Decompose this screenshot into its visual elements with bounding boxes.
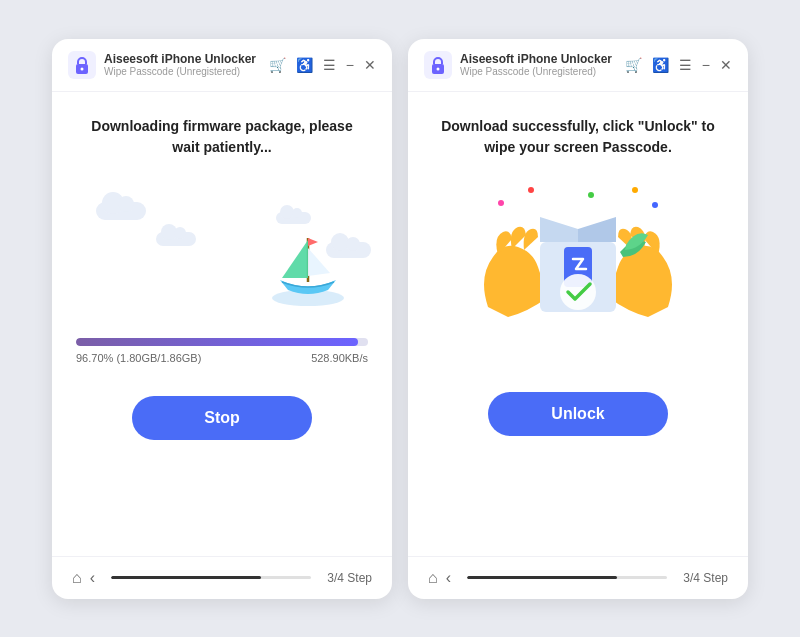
lock-icon-1 (68, 51, 96, 79)
close-icon-2[interactable]: ✕ (720, 57, 732, 73)
app-subtitle-1: Wipe Passcode (Unregistered) (104, 66, 261, 77)
confetti-5 (498, 200, 504, 206)
confetti-2 (588, 192, 594, 198)
panel-footer-2: ⌂ ‹ 3/4 Step (408, 556, 748, 599)
confetti-3 (632, 187, 638, 193)
menu-icon-2[interactable]: ☰ (679, 57, 692, 73)
footer-progress-bar-1 (111, 576, 311, 579)
stop-button[interactable]: Stop (132, 396, 312, 440)
confetti-1 (528, 187, 534, 193)
close-icon-1[interactable]: ✕ (364, 57, 376, 73)
sailboat-illustration (268, 218, 348, 312)
home-icon-1[interactable]: ⌂ (72, 569, 82, 587)
titlebar-icons-2: 🛒 ♿ ☰ − ✕ (625, 57, 732, 73)
progress-speed-label: 528.90KB/s (311, 352, 368, 364)
footer-progress-fill-1 (111, 576, 261, 579)
minimize-icon-2[interactable]: − (702, 57, 710, 73)
titlebar-icons-1: 🛒 ♿ ☰ − ✕ (269, 57, 376, 73)
panel-downloading: Aiseesoft iPhone Unlocker Wipe Passcode … (52, 39, 392, 599)
titlebar-1: Aiseesoft iPhone Unlocker Wipe Passcode … (52, 39, 392, 92)
footer-progress-fill-2 (467, 576, 617, 579)
progress-labels: 96.70% (1.80GB/1.86GB) 528.90KB/s (76, 352, 368, 364)
progress-track (76, 338, 368, 346)
svg-point-1 (81, 67, 84, 70)
app-subtitle-2: Wipe Passcode (Unregistered) (460, 66, 617, 77)
accessibility-icon-2[interactable]: ♿ (652, 57, 669, 73)
progress-left-label: 96.70% (1.80GB/1.86GB) (76, 352, 201, 364)
app-title-1: Aiseesoft iPhone Unlocker (104, 52, 261, 66)
cart-icon-2[interactable]: 🛒 (625, 57, 642, 73)
accessibility-icon-1[interactable]: ♿ (296, 57, 313, 73)
status-text-1: Downloading firmware package, please wai… (76, 116, 368, 158)
illustration-area-1 (76, 182, 368, 322)
success-svg (468, 187, 688, 347)
progress-fill (76, 338, 358, 346)
svg-point-8 (560, 274, 596, 310)
panel-body-2: Download successfully, click "Unlock" to… (408, 92, 748, 556)
minimize-icon-1[interactable]: − (346, 57, 354, 73)
footer-step-1: 3/4 Step (327, 571, 372, 585)
progress-section: 96.70% (1.80GB/1.86GB) 528.90KB/s (76, 338, 368, 364)
back-icon-1[interactable]: ‹ (90, 569, 95, 587)
panel-body-1: Downloading firmware package, please wai… (52, 92, 392, 556)
titlebar-2: Aiseesoft iPhone Unlocker Wipe Passcode … (408, 39, 748, 92)
footer-progress-bar-2 (467, 576, 667, 579)
cloud-1 (96, 202, 146, 220)
unlock-button[interactable]: Unlock (488, 392, 668, 436)
title-text-block-2: Aiseesoft iPhone Unlocker Wipe Passcode … (460, 52, 617, 77)
confetti-4 (652, 202, 658, 208)
panel-footer-1: ⌂ ‹ 3/4 Step (52, 556, 392, 599)
title-text-block-1: Aiseesoft iPhone Unlocker Wipe Passcode … (104, 52, 261, 77)
panel-success: Aiseesoft iPhone Unlocker Wipe Passcode … (408, 39, 748, 599)
back-icon-2[interactable]: ‹ (446, 569, 451, 587)
cart-icon-1[interactable]: 🛒 (269, 57, 286, 73)
panels-container: Aiseesoft iPhone Unlocker Wipe Passcode … (32, 19, 768, 619)
status-text-2: Download successfully, click "Unlock" to… (432, 116, 724, 158)
cloud-2 (156, 232, 196, 246)
lock-icon-2 (424, 51, 452, 79)
home-icon-2[interactable]: ⌂ (428, 569, 438, 587)
menu-icon-1[interactable]: ☰ (323, 57, 336, 73)
svg-point-5 (437, 67, 440, 70)
success-illustration (468, 182, 688, 352)
footer-step-2: 3/4 Step (683, 571, 728, 585)
app-title-2: Aiseesoft iPhone Unlocker (460, 52, 617, 66)
